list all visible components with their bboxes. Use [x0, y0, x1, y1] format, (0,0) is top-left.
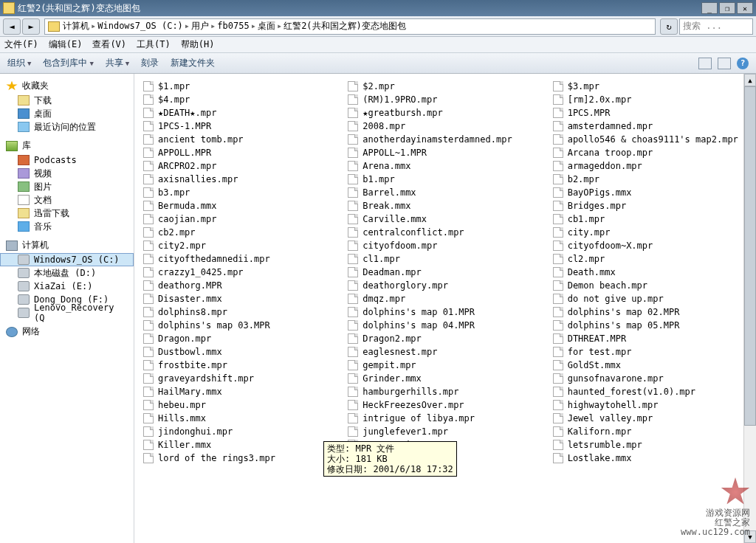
file-item[interactable]: dolphins's map 01.MPR [346, 305, 543, 319]
sidebar-item[interactable]: 桌面 [0, 107, 134, 120]
file-item[interactable]: APPOLL.MPR [142, 146, 339, 159]
menu-file[interactable]: 文件(F) [4, 38, 38, 51]
file-item[interactable]: Killer.mmx [142, 438, 339, 452]
file-item[interactable]: [rm]2.0x.mpr [551, 93, 749, 106]
file-item[interactable]: Bridges.mpr [551, 199, 749, 212]
file-item[interactable]: dolphins's map 02.MPR [551, 305, 749, 319]
sidebar-item[interactable]: 下载 [0, 94, 134, 107]
file-item[interactable]: cb1.mpr [551, 212, 749, 226]
scroll-up-button[interactable]: ▲ [744, 74, 756, 86]
file-item[interactable]: gunsofnavarone.mpr [551, 372, 749, 385]
sidebar-item[interactable]: Lenovo_Recovery (Q [0, 306, 134, 319]
sidebar-item[interactable]: 图片 [0, 180, 134, 193]
sidebar-item[interactable]: Podcasts [0, 153, 134, 167]
file-item[interactable]: anotherdayinamsterdamned.mpr [346, 133, 543, 146]
file-item[interactable]: highwaytohell.mpr [551, 398, 749, 412]
preview-pane-button[interactable] [718, 58, 731, 69]
help-icon[interactable]: ? [737, 58, 749, 69]
file-item[interactable]: dmqz.mpr [346, 292, 543, 305]
file-item[interactable]: haunted_forest(v1.0).mpr [551, 385, 749, 398]
file-item[interactable]: do not give up.mpr [551, 292, 749, 305]
include-button[interactable]: 包含到库中▼ [43, 57, 93, 69]
minimize-button[interactable]: _ [701, 2, 718, 14]
file-item[interactable]: gempit.mpr [346, 359, 543, 372]
back-button[interactable]: ◄ [3, 18, 21, 35]
sidebar-item[interactable]: 视频 [0, 167, 134, 180]
file-item[interactable]: Dragon.mpr [142, 332, 339, 345]
file-item[interactable]: cl2.mpr [551, 252, 749, 266]
file-item[interactable]: hamburgerhills.mpr [346, 385, 543, 398]
sidebar-item[interactable]: 文档 [0, 193, 134, 207]
file-item[interactable]: Jewel valley.mpr [551, 412, 749, 425]
sidebar-libraries[interactable]: 库 [0, 138, 134, 153]
refresh-button[interactable]: ↻ [660, 18, 678, 35]
file-item[interactable]: armageddon.mpr [551, 159, 749, 173]
share-button[interactable]: 共享▼ [106, 57, 129, 69]
file-item[interactable]: junglefever1.mpr [346, 425, 543, 438]
file-item[interactable]: graveyardshift.mpr [142, 372, 339, 385]
file-item[interactable]: city.mpr [551, 226, 749, 239]
file-item[interactable]: jindonghui.mpr [142, 425, 339, 438]
file-item[interactable]: 1PCS-1.MPR [142, 120, 339, 133]
file-item[interactable]: letsrumble.mpr [551, 438, 749, 452]
sidebar-item[interactable]: 迅雷下载 [0, 207, 134, 220]
scroll-thumb[interactable] [744, 86, 756, 426]
menu-tools[interactable]: 工具(T) [137, 38, 171, 51]
menu-edit[interactable]: 编辑(E) [49, 38, 83, 51]
file-item[interactable]: $4.mpr [142, 93, 339, 106]
file-item[interactable]: Break.mmx [346, 199, 543, 212]
file-item[interactable]: Dustbowl.mmx [142, 345, 339, 359]
file-item[interactable]: Death.mmx [551, 266, 749, 279]
file-item[interactable]: cl1.mpr [346, 252, 543, 266]
file-item[interactable]: dolphins's map 04.MPR [346, 319, 543, 332]
forward-button[interactable]: ► [22, 18, 40, 35]
file-item[interactable]: axisnallies.mpr [142, 173, 339, 186]
file-item[interactable]: dolphins's map 05.MPR [551, 319, 749, 332]
file-item[interactable]: Dragon2.mpr [346, 332, 543, 345]
file-item[interactable]: BayOPigs.mmx [551, 186, 749, 199]
sidebar-favorites[interactable]: 收藏夹 [0, 78, 134, 94]
file-item[interactable]: lord of the rings3.mpr [142, 452, 339, 465]
file-item[interactable]: ancient tomb.mpr [142, 133, 339, 146]
file-item[interactable]: DTHREAT.MPR [551, 332, 749, 345]
file-item[interactable]: Demon beach.mpr [551, 279, 749, 292]
file-item[interactable]: ★greatbursh.mpr [346, 106, 543, 120]
file-item[interactable]: b2.mpr [551, 173, 749, 186]
menu-view[interactable]: 查看(V) [92, 38, 126, 51]
file-item[interactable]: Lostlake.mmx [551, 452, 749, 465]
file-item[interactable]: cityofthedamnedii.mpr [142, 252, 339, 266]
file-item[interactable]: dolphins's map 03.MPR [142, 319, 339, 332]
file-item[interactable]: caojian.mpr [142, 212, 339, 226]
organize-button[interactable]: 组织▼ [7, 57, 31, 69]
file-item[interactable]: Carville.mmx [346, 212, 543, 226]
file-item[interactable]: b1.mpr [346, 173, 543, 186]
sidebar-item[interactable]: 本地磁盘 (D:) [0, 266, 134, 280]
file-item[interactable]: Deadman.mpr [346, 266, 543, 279]
file-item[interactable]: cityofdoom.mpr [346, 239, 543, 252]
file-item[interactable]: apollo546 & choas9111's map2.mpr [551, 133, 749, 146]
sidebar-computer[interactable]: 计算机 [0, 238, 134, 253]
file-item[interactable]: centralconflict.mpr [346, 226, 543, 239]
file-item[interactable]: GoldSt.mmx [551, 359, 749, 372]
file-item[interactable]: 1PCS.MPR [551, 106, 749, 120]
file-item[interactable]: cb2.mpr [142, 226, 339, 239]
file-item[interactable]: dolphins8.mpr [142, 305, 339, 319]
scroll-down-button[interactable]: ▼ [744, 530, 756, 543]
file-item[interactable]: Hills.mmx [142, 412, 339, 425]
burn-button[interactable]: 刻录 [141, 57, 159, 69]
file-item[interactable]: eaglesnest.mpr [346, 345, 543, 359]
file-item[interactable]: (RM)1.9PRO.mpr [346, 93, 543, 106]
file-item[interactable]: cityofdoom~X.mpr [551, 239, 749, 252]
view-options-button[interactable] [698, 58, 712, 69]
file-item[interactable]: HeckFreezesOver.mpr [346, 398, 543, 412]
search-input[interactable]: 搜索 ... [679, 18, 753, 35]
file-item[interactable]: HailMary.mmx [142, 385, 339, 398]
file-item[interactable]: ★DEATH★.mpr [142, 106, 339, 120]
file-item[interactable]: ARCPRO2.mpr [142, 159, 339, 173]
file-item[interactable]: hebeu.mpr [142, 398, 339, 412]
breadcrumb[interactable]: 计算机▸Windows7_OS (C:)▸用户▸fb0755▸桌面▸红警2(共和… [63, 20, 406, 32]
file-item[interactable]: b3.mpr [142, 186, 339, 199]
file-item[interactable]: Disaster.mmx [142, 292, 339, 305]
file-item[interactable]: frostbite.mpr [142, 359, 339, 372]
file-item[interactable]: for test.mpr [551, 345, 749, 359]
